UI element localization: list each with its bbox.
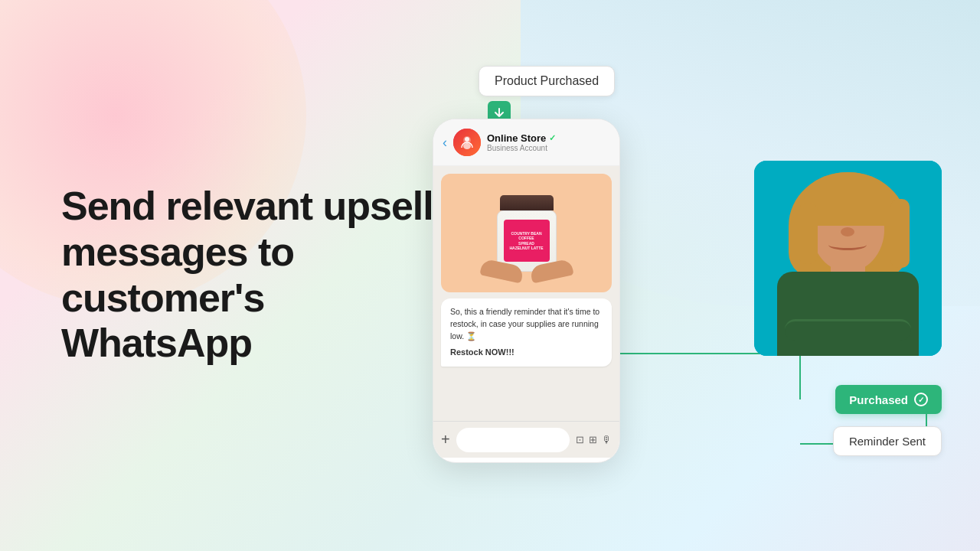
message-bubble: So, this a friendly reminder that it's t… <box>441 298 612 367</box>
chat-area: country beancoffeeSPREADHAZELNUT LATTE S… <box>433 166 619 421</box>
phone-mockup: ‹ Online Store ✓ Business Ac <box>433 119 620 463</box>
reminder-sent-label: Reminder Sent <box>833 426 942 456</box>
jar-lid <box>500 195 554 210</box>
store-name: Online Store ✓ <box>487 132 610 144</box>
back-icon[interactable]: ‹ <box>443 135 447 151</box>
person-photo <box>754 161 942 356</box>
plus-icon[interactable]: + <box>441 431 450 448</box>
svg-point-6 <box>465 137 469 142</box>
arrow-down-icon <box>494 107 505 118</box>
product-purchased-container: Product Purchased <box>479 66 615 124</box>
account-type: Business Account <box>487 144 610 152</box>
verified-badge: ✓ <box>549 133 556 143</box>
purchased-button[interactable]: Purchased ✓ <box>835 385 942 414</box>
store-name-section: Online Store ✓ Business Account <box>487 132 610 152</box>
hands <box>481 256 573 279</box>
arms <box>785 319 911 341</box>
jar-container: country beancoffeeSPREADHAZELNUT LATTE <box>497 195 557 272</box>
cta-text: Restock NOW!!! <box>450 346 603 359</box>
product-image: country beancoffeeSPREADHAZELNUT LATTE <box>441 174 612 292</box>
body-shirt <box>777 272 919 356</box>
store-icon <box>459 134 475 151</box>
photo-icon: ⊞ <box>589 434 597 445</box>
person-container <box>754 161 942 356</box>
hair-side-left <box>799 203 818 264</box>
camera-icon: ⊡ <box>576 434 584 445</box>
product-purchased-label: Product Purchased <box>479 66 615 96</box>
hair-side-right <box>890 199 910 268</box>
svg-point-7 <box>463 143 471 149</box>
whatsapp-header: ‹ Online Store ✓ Business Ac <box>433 119 619 166</box>
mic-icon: 🎙 <box>602 434 612 445</box>
input-bar: + ⊡ ⊞ 🎙 <box>433 421 619 458</box>
checkmark-icon: ✓ <box>914 393 928 406</box>
message-input[interactable] <box>456 428 570 452</box>
store-avatar <box>453 129 481 156</box>
right-section: Product Purchased ‹ <box>368 0 980 551</box>
input-icons: ⊡ ⊞ 🎙 <box>576 434 612 445</box>
